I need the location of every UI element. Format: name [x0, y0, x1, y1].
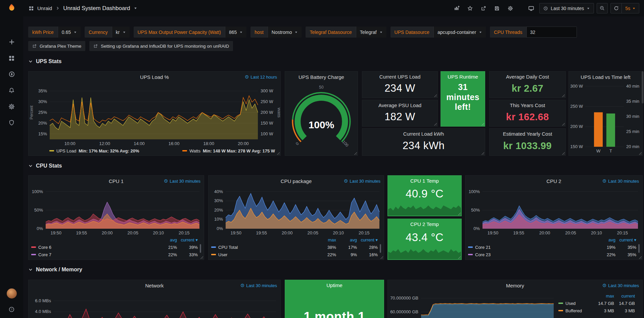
zoom-out-time-button[interactable]: [597, 3, 608, 13]
refresh-button[interactable]: [611, 3, 622, 13]
panel-title[interactable]: Network: [145, 283, 164, 288]
sidebar-item-explore[interactable]: [8, 70, 16, 78]
legend-sort-avg[interactable]: avg: [156, 237, 177, 242]
sidebar-item-configuration[interactable]: [8, 102, 16, 110]
legend-sort-max[interactable]: max: [315, 237, 336, 242]
legend-scrollbar-thumb[interactable]: [638, 244, 640, 253]
legend-sort-current[interactable]: current ▾: [177, 237, 198, 242]
panel-resize-handle[interactable]: [458, 256, 461, 259]
panel-title[interactable]: Average PSU Load: [362, 100, 438, 110]
legend-series-name[interactable]: Core 21: [468, 245, 595, 250]
panel-title[interactable]: This Years Cost: [490, 100, 565, 110]
legend-series-name[interactable]: Buffered: [558, 308, 593, 313]
variable-value-dropdown[interactable]: apcupsd-container: [433, 27, 486, 38]
sidebar-item-alerting[interactable]: [8, 86, 16, 94]
panel-ups-runtime: UPS Runtime 31 minutes left!: [441, 71, 485, 127]
dashboard-title[interactable]: Unraid System Dashboard: [63, 5, 130, 12]
panel-resize-handle[interactable]: [481, 123, 484, 126]
legend-series-name[interactable]: Core 6: [31, 245, 156, 250]
panel-title[interactable]: CPU 1: [109, 178, 124, 184]
panel-title[interactable]: CPU 2: [546, 178, 561, 184]
panel-title[interactable]: CPU 2 Temp: [388, 219, 461, 229]
grafana-logo[interactable]: [0, 0, 23, 16]
sidebar-item-server-admin[interactable]: [8, 119, 16, 127]
scrollbar-thumb[interactable]: [642, 71, 644, 103]
panel-title[interactable]: Uptime: [285, 280, 384, 290]
panel-resize-handle[interactable]: [277, 152, 280, 155]
legend-value: 17%: [336, 245, 357, 250]
cpu2-temp-sparkline: [388, 245, 461, 259]
legend-item-ups-load[interactable]: UPS LoadMin: 17% Max: 32% Avg: 20%: [49, 148, 139, 153]
legend-header: avgcurrent ▾: [31, 236, 201, 243]
legend-scrollbar-thumb[interactable]: [200, 244, 201, 253]
panel-resize-handle[interactable]: [481, 152, 484, 155]
row-header-network-memory[interactable]: Network / Memory: [28, 267, 82, 273]
panel-title[interactable]: Average Daily Cost: [490, 72, 565, 82]
panel-title[interactable]: Current Load kWh: [362, 129, 485, 139]
caret-down-icon[interactable]: [134, 6, 137, 10]
panel-title[interactable]: Current UPS Load: [362, 72, 438, 82]
legend-scrollbar-thumb[interactable]: [380, 244, 381, 253]
sidebar-item-create[interactable]: [8, 38, 16, 46]
variable-value-dropdown[interactable]: kr: [112, 27, 130, 38]
panel-resize-handle[interactable]: [639, 256, 642, 259]
panel-resize-handle[interactable]: [434, 94, 437, 97]
panel-title[interactable]: CPU 1 Temp: [388, 176, 461, 186]
star-button[interactable]: [465, 3, 475, 13]
row-header-ups-stats[interactable]: UPS Stats: [28, 58, 61, 64]
legend-series-name[interactable]: User: [211, 252, 315, 257]
refresh-interval-dropdown[interactable]: 5s: [622, 3, 639, 13]
panel-resize-handle[interactable]: [200, 256, 203, 259]
dashboard-link-ups-guide[interactable]: Setting up Grafana and InfluxDB for UPS …: [89, 41, 233, 51]
legend-sort-avg[interactable]: avg: [336, 237, 357, 242]
panel-title[interactable]: Estimated Yearly Cost: [490, 129, 565, 139]
legend-series-name[interactable]: Core 7: [31, 252, 156, 257]
panel-title[interactable]: Memory: [506, 283, 524, 288]
time-range-picker[interactable]: Last 30 minutes: [539, 3, 594, 13]
variable-value-dropdown[interactable]: 865: [225, 27, 246, 38]
legend-series-name[interactable]: Used: [558, 301, 593, 306]
panel-resize-handle[interactable]: [562, 123, 565, 126]
legend-sort-max[interactable]: max: [593, 293, 614, 299]
panel-resize-handle[interactable]: [562, 152, 565, 155]
breadcrumb-folder[interactable]: Unraid: [37, 5, 52, 11]
row-header-cpu-stats[interactable]: CPU Stats: [28, 163, 62, 169]
share-button[interactable]: [478, 3, 489, 13]
panel-title[interactable]: UPS Load vs Time left: [581, 74, 630, 80]
user-avatar[interactable]: [7, 288, 17, 299]
add-panel-button[interactable]: [451, 3, 462, 13]
cpu1-chart: 0%50%100%19:5019:5520:0020:0520:1020:15: [29, 186, 203, 236]
panel-resize-handle[interactable]: [434, 123, 437, 126]
dashboard-settings-button[interactable]: [505, 3, 516, 13]
panel-title[interactable]: UPS Load %: [140, 74, 169, 80]
legend-series-name[interactable]: CPU Total: [211, 245, 315, 250]
variable-value-dropdown[interactable]: Nostromo: [268, 27, 302, 38]
legend-series-name[interactable]: Core 23: [468, 252, 595, 257]
panel-title[interactable]: UPS Battery Charge: [298, 74, 344, 80]
legend-row: Core 621%39%: [31, 243, 201, 251]
panel-resize-handle[interactable]: [458, 212, 461, 215]
variable-value-dropdown[interactable]: 0.65: [58, 27, 81, 38]
panel-resize-handle[interactable]: [562, 94, 565, 97]
legend-sort-current[interactable]: current ▾: [615, 237, 636, 242]
panel-title[interactable]: UPS Runtime: [441, 72, 485, 82]
legend-sort-avg[interactable]: avg: [595, 237, 615, 242]
variable-value-dropdown[interactable]: Telegraf: [356, 27, 386, 38]
sidebar-item-help[interactable]: ?: [8, 305, 16, 313]
stat-value: 182 W: [362, 109, 438, 124]
panel-resize-handle[interactable]: [380, 256, 383, 259]
dashboard-link-plex-theme[interactable]: Grafana Plex Theme: [28, 41, 85, 51]
cycle-view-mode-button[interactable]: [526, 3, 537, 13]
cpu-threads-input[interactable]: [526, 27, 577, 38]
sidebar-item-dashboards[interactable]: [8, 54, 16, 62]
legend-value: 16%: [357, 252, 378, 257]
legend-sort-current[interactable]: current: [614, 293, 635, 299]
panel-title[interactable]: CPU package: [281, 178, 312, 184]
panel-resize-handle[interactable]: [354, 152, 357, 155]
panel-resize-handle[interactable]: [639, 152, 642, 155]
panel-time-override: Last 30 minutes: [344, 176, 380, 186]
series-color-swatch: [49, 150, 54, 151]
legend-sort-current[interactable]: current ▾: [357, 237, 378, 242]
save-button[interactable]: [492, 3, 502, 13]
legend-item-watts[interactable]: WattsMin: 148 W Max: 278 W Avg: 175 W: [182, 148, 275, 153]
